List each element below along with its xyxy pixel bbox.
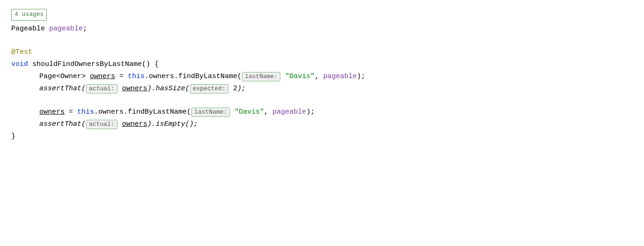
line-assert-2: assertThat(actual: owners).isEmpty(); <box>11 118 633 130</box>
pageable-var: pageable <box>49 23 83 35</box>
davis-string-1: "Davis" <box>285 71 315 82</box>
open-brace-1: { <box>154 59 159 70</box>
lastname-hint-1: lastName: <box>242 72 280 81</box>
actual-hint-2: actual: <box>86 120 117 129</box>
empty-line-1 <box>11 35 633 46</box>
close-brace: } <box>11 131 15 142</box>
pageable-type: Pageable <box>11 23 49 35</box>
usages-badge[interactable]: 4 usages <box>11 9 47 21</box>
this-kw-2: this <box>77 107 94 118</box>
closing-brace-line: } <box>11 130 633 143</box>
davis-string-2: "Davis" <box>234 107 264 118</box>
void-keyword: void <box>11 59 32 70</box>
pageable-arg-1: pageable <box>323 71 357 82</box>
pageable-line: Pageable pageable; <box>11 23 633 35</box>
assert-that-2: assertThat( <box>39 119 86 130</box>
line-owners-2: owners = this.owners.findByLastName(last… <box>11 106 633 118</box>
assert-that-1: assertThat( <box>39 83 86 94</box>
method-name: shouldFindOwnersByLastName() <box>32 59 154 70</box>
lastname-hint-2: lastName: <box>191 108 230 117</box>
actual-hint-1: actual: <box>86 84 117 94</box>
page-owner-type: Page<Owner> <box>39 71 90 82</box>
test-annotation: @Test <box>11 47 32 58</box>
method-sig-line: void shouldFindOwnersByLastName() { <box>11 58 633 71</box>
code-block: 4 usages Pageable pageable; @Test void s… <box>11 8 633 143</box>
owners-actual-1: owners <box>122 83 147 94</box>
line-owners-1: Page<Owner> owners = this.owners.findByL… <box>11 71 633 83</box>
size-value-1: 2 <box>233 83 237 94</box>
annotation-line: @Test <box>11 46 633 58</box>
owners-var-1: owners <box>90 71 115 82</box>
pageable-arg-2: pageable <box>272 107 306 118</box>
owners-actual-2: owners <box>122 119 147 130</box>
empty-line-2 <box>11 95 633 106</box>
owners-var-2: owners <box>39 107 65 118</box>
line-assert-1: assertThat(actual: owners).hasSize(expec… <box>11 83 633 95</box>
usages-line: 4 usages <box>11 8 633 23</box>
expected-hint-1: expected: <box>190 84 228 94</box>
this-kw-1: this <box>128 71 145 82</box>
